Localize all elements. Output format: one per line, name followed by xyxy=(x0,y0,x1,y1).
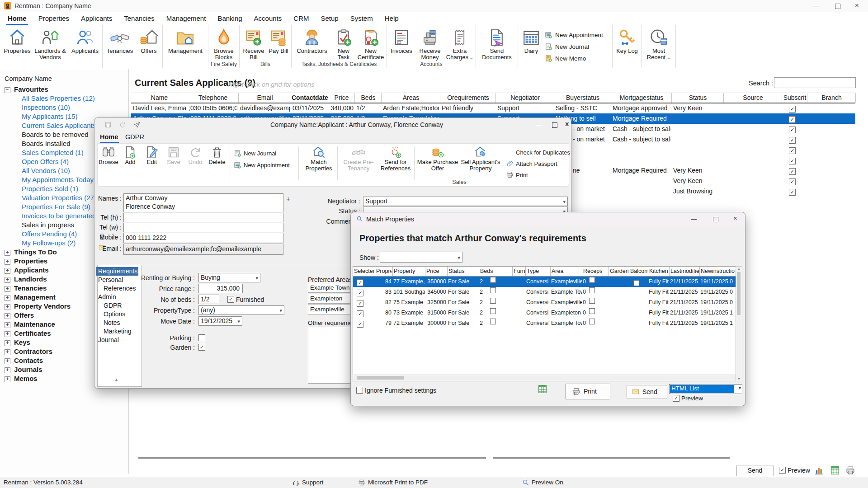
match-selected-checkbox[interactable] xyxy=(356,287,366,297)
grid-column-contactdate[interactable]: Contactdate xyxy=(292,93,328,103)
match-garden-checkbox[interactable] xyxy=(589,298,595,304)
create-pre-tenancy-button[interactable]: Create Pre-Tenancy xyxy=(340,145,377,172)
make-purchase-offer-button[interactable]: Make Purchase Offer xyxy=(417,145,458,172)
undo-icon[interactable] xyxy=(119,121,126,128)
match-balcony-checkbox[interactable] xyxy=(632,277,642,287)
names-field[interactable]: Arthur ConwayFlorence Conway xyxy=(123,193,283,212)
new-task-button[interactable]: New Task xyxy=(331,25,356,61)
grid-column-branch[interactable]: Branch xyxy=(808,93,856,103)
undo-button[interactable]: Undo xyxy=(184,145,206,165)
browse-button[interactable]: Browse xyxy=(98,145,119,165)
match-garden-checkbox[interactable] xyxy=(589,287,595,293)
match-column-newinstruction[interactable]: Newinstruction xyxy=(699,267,735,276)
dialog-maximize-button[interactable] xyxy=(548,120,561,130)
applicants-button[interactable]: Applicants xyxy=(69,25,101,54)
extra-charges-button[interactable]: Extra Charges ⌄ xyxy=(445,25,475,61)
excel-export-icon[interactable] xyxy=(830,465,840,475)
match-minimize-button[interactable] xyxy=(687,214,701,224)
match-row-5[interactable]: 7972 Example Gr300000For Sale2ConversiEx… xyxy=(353,318,736,328)
subscribed-checkbox[interactable] xyxy=(789,157,796,165)
email-field[interactable]: arthurconway@emailexample;fc@emailexampl… xyxy=(123,244,283,255)
expand-icon[interactable]: + xyxy=(5,277,10,283)
sell-applicants-property-button[interactable]: Sell Applicant's Property xyxy=(459,145,502,172)
match-vscrollbar[interactable]: ▲ ▼ xyxy=(736,266,742,381)
grid-column-price[interactable]: Price xyxy=(329,93,355,103)
minimize-button[interactable] xyxy=(806,0,826,12)
match-column-furnished[interactable]: Furnished xyxy=(512,267,525,276)
status-printer[interactable]: Microsoft Print to PDF xyxy=(368,479,428,486)
key-log-button[interactable]: Key Log xyxy=(613,25,641,54)
match-column-selected[interactable]: Selected xyxy=(353,267,374,276)
subscribed-checkbox[interactable] xyxy=(789,105,796,113)
menu-item-home[interactable]: Home xyxy=(2,12,33,25)
most-recent-button[interactable]: Most Recent ⌄ xyxy=(643,25,675,61)
match-column-status[interactable]: Status xyxy=(447,267,478,276)
expand-icon[interactable]: + xyxy=(5,358,10,364)
grid-column-subscrit[interactable]: Subscrit xyxy=(783,93,807,103)
mobile-field[interactable]: 000 1111 2222 xyxy=(123,233,283,243)
match-column-receps[interactable]: Receps xyxy=(582,267,608,276)
tree-item-inspections-10[interactable]: Inspections (10) xyxy=(0,103,150,112)
grid-hscrollbar-thumb[interactable] xyxy=(138,457,486,459)
nav-scroll-up-icon[interactable]: ▲ xyxy=(114,377,118,382)
menu-item-system[interactable]: System xyxy=(344,12,379,25)
dialog-tab-gdpr[interactable]: GDPR xyxy=(125,131,144,143)
dialog-minimize-button[interactable] xyxy=(532,120,546,130)
expand-icon[interactable]: + xyxy=(5,304,10,310)
invoices-button[interactable]: Invoices xyxy=(388,25,415,54)
save-icon[interactable] xyxy=(104,121,112,128)
grid-column-buyerstatus[interactable]: Buyerstatus xyxy=(555,93,611,103)
expand-icon[interactable]: + xyxy=(5,268,10,274)
match-garden-checkbox[interactable] xyxy=(589,319,595,324)
match-column-lastmodified[interactable]: Lastmodified xyxy=(669,267,699,276)
new-appointment-button[interactable]: New Appointment xyxy=(234,160,290,170)
close-button[interactable]: × xyxy=(848,0,868,12)
grid-hscrollbar-track[interactable] xyxy=(493,457,730,459)
new-appointment-button[interactable]: New Appointment xyxy=(543,29,611,41)
negotiator-combo[interactable]: Support xyxy=(363,197,568,206)
price-range-field[interactable]: 315,000 xyxy=(198,284,243,293)
maximize-button[interactable] xyxy=(828,0,848,12)
match-selected-checkbox[interactable] xyxy=(356,318,366,328)
match-furnished-checkbox[interactable] xyxy=(490,308,496,314)
save-button[interactable]: Save xyxy=(163,145,184,165)
match-print-button[interactable]: Print xyxy=(565,384,610,399)
subscribed-checkbox[interactable] xyxy=(789,146,796,155)
format-combo[interactable]: HTML List ▾ xyxy=(669,384,742,394)
renting-combo[interactable]: Buying xyxy=(198,273,260,282)
grid-column-source[interactable]: Source xyxy=(724,93,782,103)
expand-icon[interactable]: + xyxy=(5,286,10,292)
attach-passport-button[interactable]: Attach Passport xyxy=(516,159,557,169)
add-button[interactable]: Add xyxy=(119,145,141,165)
contractors-button[interactable]: Contractors xyxy=(292,25,331,54)
collapse-icon[interactable]: − xyxy=(5,87,10,93)
subscribed-checkbox[interactable] xyxy=(789,167,796,175)
search-input[interactable] xyxy=(774,77,856,88)
new-certificate-button[interactable]: New Certificate xyxy=(356,25,386,61)
grid-column-orequirements[interactable]: Orequirements xyxy=(441,93,496,103)
match-column-type[interactable]: Type xyxy=(525,267,550,276)
match-furnished-checkbox[interactable] xyxy=(490,277,496,283)
match-column-propref[interactable]: Propref xyxy=(375,267,392,276)
preview-checkbox[interactable] xyxy=(779,467,786,474)
expand-icon[interactable]: + xyxy=(5,367,10,373)
subscribed-checkbox[interactable] xyxy=(789,126,796,134)
subscribed-checkbox[interactable] xyxy=(789,178,796,186)
match-close-button[interactable]: × xyxy=(730,214,743,224)
menu-item-accounts[interactable]: Accounts xyxy=(248,12,288,25)
grid-column-negotiator[interactable]: Negotiator xyxy=(496,93,554,103)
match-column-kitchen[interactable]: Kitchen xyxy=(648,267,669,276)
property-type-combo[interactable]: (any) xyxy=(198,305,284,315)
tenancies-button[interactable]: Tenancies xyxy=(104,25,136,54)
new-memo-button[interactable]: New Memo xyxy=(543,52,611,64)
grid-column-name[interactable]: Name xyxy=(132,93,187,103)
match-column-property[interactable]: Property xyxy=(392,267,425,276)
match-send-button[interactable]: Send xyxy=(627,385,667,399)
menu-item-properties[interactable]: Properties xyxy=(33,12,75,25)
expand-icon[interactable]: + xyxy=(5,322,10,328)
beds-field[interactable]: 1/2 xyxy=(198,295,219,304)
ignore-furnished-checkbox[interactable] xyxy=(356,387,363,394)
status-support[interactable]: Support xyxy=(302,479,323,486)
edit-button[interactable]: Edit xyxy=(141,145,163,165)
grid-column-mortgagestatus[interactable]: Mortgagestatus xyxy=(612,93,672,103)
